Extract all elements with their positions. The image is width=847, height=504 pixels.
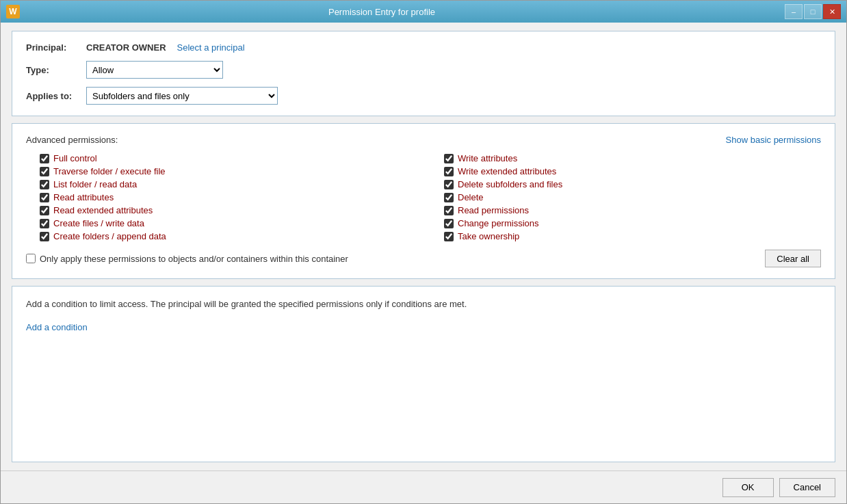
perm-item-read_attributes: Read attributes [40,192,417,202]
label-list_folder[interactable]: List folder / read data [53,179,137,189]
title-bar: W Permission Entry for profile – □ ✕ [1,1,846,23]
perm-item-delete_subfolders: Delete subfolders and files [444,179,821,189]
type-select[interactable]: AllowDeny [86,61,223,79]
window: W Permission Entry for profile – □ ✕ Pri… [0,0,847,504]
label-read_permissions[interactable]: Read permissions [458,205,529,215]
select-principal-link[interactable]: Select a principal [177,42,245,53]
label-delete[interactable]: Delete [458,192,484,202]
applies-to-label: Applies to: [26,91,81,101]
checkbox-take_ownership[interactable] [444,232,454,241]
perm-item-write_attributes: Write attributes [444,153,821,163]
checkbox-create_files[interactable] [40,219,49,228]
label-write_attributes[interactable]: Write attributes [458,153,517,163]
label-delete_subfolders[interactable]: Delete subfolders and files [458,179,562,189]
checkbox-delete[interactable] [444,193,454,202]
perm-item-create_files: Create files / write data [40,218,417,228]
perm-item-list_folder: List folder / read data [40,179,417,189]
type-row: Type: AllowDeny [26,61,821,79]
show-basic-link[interactable]: Show basic permissions [726,135,821,145]
checkbox-write_attributes[interactable] [444,154,454,163]
footer: OK Cancel [1,470,846,503]
checkbox-write_extended_attributes[interactable] [444,167,454,176]
permissions-header: Advanced permissions: Show basic permiss… [26,135,821,145]
perm-item-read_permissions: Read permissions [444,205,821,215]
label-change_permissions[interactable]: Change permissions [458,218,539,228]
apply-checkbox[interactable] [26,254,36,263]
label-read_extended_attributes[interactable]: Read extended attributes [53,205,153,215]
checkbox-read_permissions[interactable] [444,206,454,215]
cancel-button[interactable]: Cancel [779,478,835,497]
permissions-grid: Full controlWrite attributesTraverse fol… [40,153,821,241]
label-write_extended_attributes[interactable]: Write extended attributes [458,166,556,176]
app-icon: W [6,5,20,18]
top-section: Principal: CREATOR OWNER Select a princi… [12,31,835,116]
apply-label-text: Only apply these permissions to objects … [40,254,348,264]
label-full_control[interactable]: Full control [53,153,97,163]
label-read_attributes[interactable]: Read attributes [53,192,114,202]
checkbox-traverse_folder[interactable] [40,167,49,176]
perm-item-delete: Delete [444,192,821,202]
principal-label: Principal: [26,42,81,53]
checkbox-delete_subfolders[interactable] [444,180,454,189]
label-traverse_folder[interactable]: Traverse folder / execute file [53,166,166,176]
label-take_ownership[interactable]: Take ownership [458,231,519,241]
checkbox-read_extended_attributes[interactable] [40,206,49,215]
checkbox-change_permissions[interactable] [444,219,454,228]
principal-name: CREATOR OWNER [86,42,166,53]
ok-button[interactable]: OK [722,478,774,497]
principal-row: Principal: CREATOR OWNER Select a princi… [26,42,821,53]
type-label: Type: [26,65,81,75]
perm-item-create_folders: Create folders / append data [40,231,417,241]
minimize-button[interactable]: – [785,4,803,19]
checkbox-read_attributes[interactable] [40,193,49,202]
window-body: Principal: CREATOR OWNER Select a princi… [1,23,846,470]
condition-section: Add a condition to limit access. The pri… [12,286,835,462]
perm-item-read_extended_attributes: Read extended attributes [40,205,417,215]
permissions-section: Advanced permissions: Show basic permiss… [12,123,835,279]
perm-item-traverse_folder: Traverse folder / execute file [40,166,417,176]
title-bar-buttons: – □ ✕ [785,4,841,19]
title-bar-left: W [6,5,20,18]
apply-label[interactable]: Only apply these permissions to objects … [26,254,348,264]
apply-container: Only apply these permissions to objects … [26,250,821,267]
maximize-button[interactable]: □ [804,4,822,19]
add-condition-link[interactable]: Add a condition [26,322,88,332]
window-title: Permission Entry for profile [20,7,744,17]
perm-item-full_control: Full control [40,153,417,163]
applies-to-select[interactable]: This folder onlyThis folder, subfolders … [86,87,278,105]
perm-item-write_extended_attributes: Write extended attributes [444,166,821,176]
condition-description: Add a condition to limit access. The pri… [26,297,821,311]
advanced-perms-label: Advanced permissions: [26,135,118,145]
label-create_folders[interactable]: Create folders / append data [53,231,166,241]
perm-item-take_ownership: Take ownership [444,231,821,241]
clear-all-button[interactable]: Clear all [765,250,821,267]
close-button[interactable]: ✕ [823,4,841,19]
checkbox-create_folders[interactable] [40,232,49,241]
checkbox-full_control[interactable] [40,154,49,163]
applies-to-row: Applies to: This folder onlyThis folder,… [26,87,821,105]
checkbox-list_folder[interactable] [40,180,49,189]
label-create_files[interactable]: Create files / write data [53,218,144,228]
perm-item-change_permissions: Change permissions [444,218,821,228]
